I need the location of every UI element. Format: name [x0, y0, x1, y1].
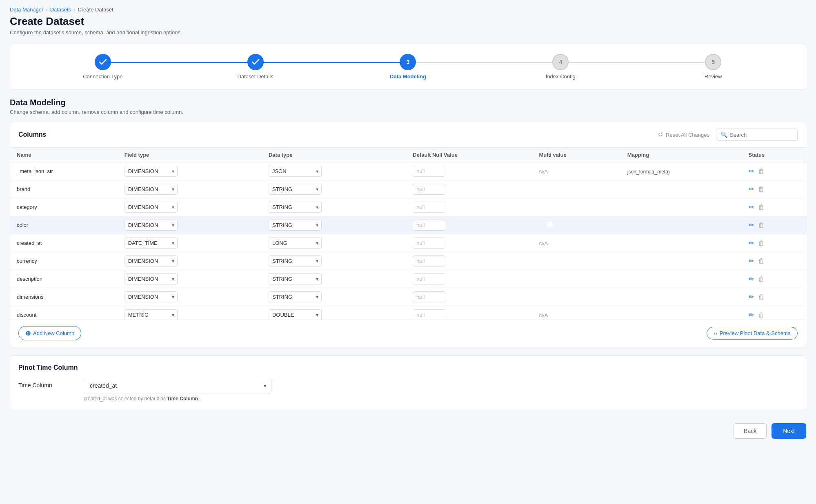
delete-icon[interactable]: 🗑 — [758, 311, 765, 319]
data-type-select[interactable]: STRINGJSONLONGDOUBLEBOOLEANINTFLOAT — [269, 166, 322, 177]
col-multi-value: N/A — [533, 306, 621, 320]
delete-icon[interactable]: 🗑 — [758, 168, 765, 175]
breadcrumb-datasets[interactable]: Datasets — [50, 7, 71, 13]
field-type-select[interactable]: DIMENSIONMETRICDATE_TIMETIME — [125, 291, 178, 302]
col-name: description — [10, 270, 118, 288]
col-mapping — [621, 234, 742, 252]
action-icons: ✏🗑 — [749, 311, 799, 319]
edit-icon[interactable]: ✏ — [749, 167, 754, 175]
data-type-select[interactable]: STRINGJSONLONGDOUBLEBOOLEANINTFLOAT — [269, 238, 322, 249]
edit-icon[interactable]: ✏ — [749, 257, 754, 265]
hint-part2: was selected by default as — [108, 396, 167, 402]
col-default-null — [406, 198, 532, 216]
null-value-input[interactable] — [413, 238, 445, 249]
col-mapping — [621, 180, 742, 198]
hint-bold: Time Column — [167, 396, 198, 402]
stepper-label-2: Dataset Details — [238, 73, 273, 80]
next-button[interactable]: Next — [772, 423, 806, 439]
delete-icon[interactable]: 🗑 — [758, 258, 765, 265]
breadcrumb-sep-2: › — [73, 7, 75, 13]
hint-end: . — [199, 396, 200, 402]
breadcrumb-data-manager[interactable]: Data Manager — [10, 7, 43, 13]
stepper-step-2: Dataset Details — [179, 54, 332, 80]
null-value-input[interactable] — [413, 273, 445, 284]
null-value-input[interactable] — [413, 166, 445, 177]
delete-icon[interactable]: 🗑 — [758, 275, 765, 283]
col-data-type: STRINGJSONLONGDOUBLEBOOLEANINTFLOAT — [262, 216, 406, 234]
null-value-input[interactable] — [413, 220, 445, 231]
delete-icon[interactable]: 🗑 — [758, 240, 765, 247]
delete-icon[interactable]: 🗑 — [758, 293, 765, 301]
columns-table-scroll[interactable]: NameField typeData typeDefault Null Valu… — [10, 148, 806, 319]
stepper-card: Connection Type Dataset Details 3 Data M… — [10, 44, 806, 90]
null-value-input[interactable] — [413, 202, 445, 213]
col-data-type: STRINGJSONLONGDOUBLEBOOLEANINTFLOAT — [262, 306, 406, 320]
page-subtitle: Configure the dataset's source, schema, … — [10, 29, 806, 36]
data-type-select[interactable]: STRINGJSONLONGDOUBLEBOOLEANINTFLOAT — [269, 202, 322, 213]
stepper-label-4: Index Config — [546, 73, 576, 80]
table-row: brandDIMENSIONMETRICDATE_TIMETIMESTRINGJ… — [10, 180, 806, 198]
stepper-circle-2 — [247, 54, 264, 70]
data-type-select[interactable]: STRINGJSONLONGDOUBLEBOOLEANINTFLOAT — [269, 255, 322, 266]
null-value-input[interactable] — [413, 309, 445, 319]
action-icons: ✏🗑 — [749, 167, 799, 175]
search-icon: 🔍 — [720, 131, 727, 138]
edit-icon[interactable]: ✏ — [749, 203, 754, 211]
field-type-select[interactable]: DIMENSIONMETRICDATE_TIMETIME — [125, 220, 178, 231]
field-type-select[interactable]: DIMENSIONMETRICDATE_TIMETIME — [125, 238, 178, 249]
col-mapping — [621, 216, 742, 234]
data-type-select[interactable]: STRINGJSONLONGDOUBLEBOOLEANINTFLOAT — [269, 291, 322, 302]
col-field-type: DIMENSIONMETRICDATE_TIMETIME — [118, 180, 262, 198]
col-status: ✏🗑 — [742, 306, 806, 320]
col-header-name: Name — [10, 148, 118, 162]
col-multi-value — [533, 252, 621, 270]
delete-icon[interactable]: 🗑 — [758, 186, 765, 193]
time-column-card: Pinot Time Column Time Column created_at… — [10, 355, 806, 410]
data-type-select[interactable]: STRINGJSONLONGDOUBLEBOOLEANINTFLOAT — [269, 220, 322, 231]
back-button[interactable]: Back — [734, 423, 767, 439]
action-icons: ✏🗑 — [749, 275, 799, 283]
col-status: ✏🗑 — [742, 180, 806, 198]
data-type-select[interactable]: STRINGJSONLONGDOUBLEBOOLEANINTFLOAT — [269, 273, 322, 284]
null-value-input[interactable] — [413, 291, 445, 302]
data-type-select[interactable]: STRINGJSONLONGDOUBLEBOOLEANINTFLOAT — [269, 184, 322, 195]
edit-icon[interactable]: ✏ — [749, 221, 754, 229]
delete-icon[interactable]: 🗑 — [758, 222, 765, 229]
field-type-select[interactable]: DIMENSIONMETRICDATE_TIMETIME — [125, 273, 178, 284]
table-row: created_atDIMENSIONMETRICDATE_TIMETIMEST… — [10, 234, 806, 252]
stepper-circle-4: 4 — [552, 54, 569, 70]
time-col-select-wrapper: created_at — [84, 378, 271, 393]
edit-icon[interactable]: ✏ — [749, 275, 754, 283]
col-header-data-type: Data type — [262, 148, 406, 162]
field-type-select[interactable]: DIMENSIONMETRICDATE_TIMETIME — [125, 202, 178, 213]
add-column-label: Add New Column — [33, 330, 74, 336]
table-row: categoryDIMENSIONMETRICDATE_TIMETIMESTRI… — [10, 198, 806, 216]
field-type-select[interactable]: DIMENSIONMETRICDATE_TIMETIME — [125, 255, 178, 266]
data-type-select[interactable]: STRINGJSONLONGDOUBLEBOOLEANINTFLOAT — [269, 309, 322, 319]
null-value-input[interactable] — [413, 184, 445, 195]
field-type-select[interactable]: DIMENSIONMETRICDATE_TIMETIME — [125, 166, 178, 177]
card-title: Columns — [18, 131, 46, 138]
field-type-select[interactable]: DIMENSIONMETRICDATE_TIMETIME — [125, 184, 178, 195]
search-input[interactable] — [730, 132, 793, 138]
col-status: ✏🗑 — [742, 252, 806, 270]
edit-icon[interactable]: ✏ — [749, 239, 754, 247]
action-icons: ✏🗑 — [749, 221, 799, 229]
data-type-select-wrapper: STRINGJSONLONGDOUBLEBOOLEANINTFLOAT — [269, 255, 322, 266]
col-data-type: STRINGJSONLONGDOUBLEBOOLEANINTFLOAT — [262, 288, 406, 306]
add-new-column-button[interactable]: ⊕ Add New Column — [18, 326, 81, 340]
time-column-select[interactable]: created_at — [84, 378, 271, 393]
col-data-type: STRINGJSONLONGDOUBLEBOOLEANINTFLOAT — [262, 270, 406, 288]
reset-all-changes-button[interactable]: ↺ Reset All Changes — [658, 131, 709, 138]
null-value-input[interactable] — [413, 255, 445, 266]
col-multi-value — [533, 216, 621, 234]
field-type-select[interactable]: DIMENSIONMETRICDATE_TIMETIME — [125, 309, 178, 319]
delete-icon[interactable]: 🗑 — [758, 204, 765, 211]
preview-pinot-button[interactable]: ‹› Preview Pinot Data & Schema — [707, 327, 798, 340]
edit-icon[interactable]: ✏ — [749, 311, 754, 319]
columns-card: Columns ↺ Reset All Changes 🔍 NameField … — [10, 122, 806, 347]
col-status: ✏🗑 — [742, 198, 806, 216]
edit-icon[interactable]: ✏ — [749, 293, 754, 301]
field-type-select-wrapper: DIMENSIONMETRICDATE_TIMETIME — [125, 291, 178, 302]
edit-icon[interactable]: ✏ — [749, 185, 754, 193]
